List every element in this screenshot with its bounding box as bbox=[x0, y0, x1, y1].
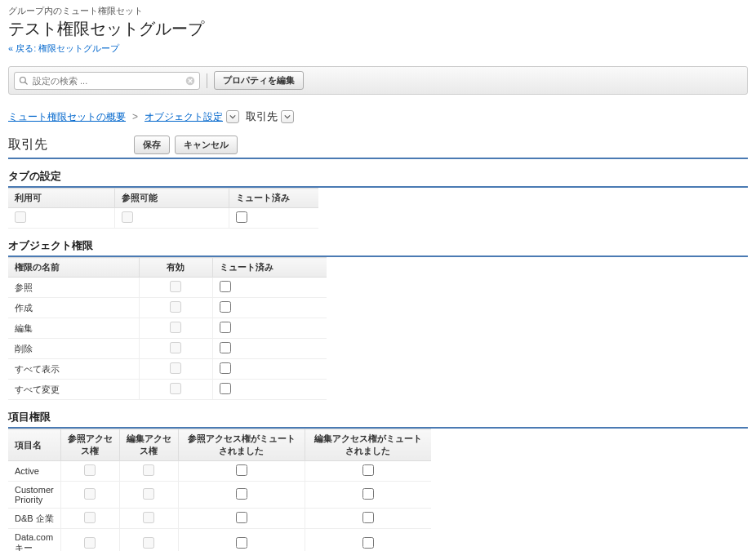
visible-checkbox bbox=[122, 211, 133, 223]
read-checkbox bbox=[84, 464, 96, 476]
read-muted-checkbox[interactable] bbox=[236, 488, 247, 500]
edit-checkbox bbox=[143, 488, 154, 500]
field-permissions-table: 項目名 参照アクセス権 編集アクセス権 参照アクセス権がミュートされました 編集… bbox=[8, 429, 431, 551]
table-row: すべて表示 bbox=[8, 359, 327, 380]
perm-name-cell: 削除 bbox=[8, 339, 139, 359]
available-checkbox bbox=[15, 211, 26, 223]
table-row: 作成 bbox=[8, 298, 327, 318]
table-row: 削除 bbox=[8, 339, 327, 359]
svg-line-1 bbox=[25, 82, 28, 84]
breadcrumb-current: 取引先 bbox=[246, 109, 278, 124]
field-permissions-block: 項目権限 項目名 参照アクセス権 編集アクセス権 参照アクセス権がミュートされま… bbox=[8, 410, 748, 551]
table-row: Active bbox=[8, 461, 431, 482]
edit-muted-checkbox[interactable] bbox=[362, 512, 374, 523]
back-link[interactable]: 戻る: 権限セットグループ bbox=[8, 43, 119, 53]
breadcrumb-separator: > bbox=[132, 111, 138, 122]
col-edit: 編集アクセス権 bbox=[119, 429, 178, 461]
table-row: D&B 企業 bbox=[8, 509, 431, 529]
enabled-checkbox bbox=[170, 322, 181, 333]
perm-name-cell: 編集 bbox=[8, 318, 139, 339]
read-muted-checkbox[interactable] bbox=[236, 537, 247, 549]
object-permissions-heading: オブジェクト権限 bbox=[8, 238, 748, 257]
col-visible: 参照可能 bbox=[114, 189, 229, 208]
tab-settings-table: 利用可 参照可能 ミュート済み bbox=[8, 188, 318, 229]
read-checkbox bbox=[84, 537, 96, 549]
col-edit-muted: 編集アクセス権がミュートされました bbox=[305, 429, 431, 461]
enabled-checkbox bbox=[170, 301, 181, 313]
enabled-checkbox bbox=[170, 362, 181, 374]
field-name-cell: Active bbox=[8, 461, 60, 482]
read-checkbox bbox=[84, 512, 96, 523]
edit-checkbox bbox=[143, 464, 154, 476]
table-row: 編集 bbox=[8, 318, 327, 339]
col-available: 利用可 bbox=[8, 189, 114, 208]
search-wrapper bbox=[14, 72, 200, 90]
table-row bbox=[8, 208, 318, 229]
read-checkbox bbox=[84, 488, 96, 500]
table-row: 参照 bbox=[8, 278, 327, 298]
perm-name-cell: 作成 bbox=[8, 298, 139, 318]
muted-checkbox[interactable] bbox=[220, 383, 231, 394]
section-title: 取引先 bbox=[8, 136, 47, 153]
breadcrumb: ミュート権限セットの概要 > オブジェクト設定 取引先 bbox=[8, 109, 748, 124]
muted-checkbox[interactable] bbox=[220, 281, 231, 292]
field-name-cell: Data.com キー bbox=[8, 529, 60, 552]
enabled-checkbox bbox=[170, 383, 181, 394]
search-icon bbox=[19, 76, 29, 86]
table-row: すべて変更 bbox=[8, 380, 327, 400]
toolbar: プロパティを編集 bbox=[8, 66, 748, 95]
col-read-muted: 参照アクセス権がミュートされました bbox=[178, 429, 305, 461]
col-perm-name: 権限の名前 bbox=[8, 258, 139, 278]
field-name-cell: D&B 企業 bbox=[8, 509, 60, 529]
enabled-checkbox bbox=[170, 281, 181, 292]
edit-properties-button[interactable]: プロパティを編集 bbox=[214, 71, 304, 90]
edit-muted-checkbox[interactable] bbox=[362, 488, 374, 500]
perm-name-cell: すべて表示 bbox=[8, 359, 139, 380]
chevron-down-icon bbox=[284, 114, 291, 119]
toolbar-separator bbox=[207, 73, 207, 88]
perm-name-cell: すべて変更 bbox=[8, 380, 139, 400]
muted-checkbox[interactable] bbox=[220, 301, 231, 313]
muted-checkbox[interactable] bbox=[220, 362, 231, 374]
cancel-button[interactable]: キャンセル bbox=[175, 136, 238, 154]
col-read: 参照アクセス権 bbox=[60, 429, 119, 461]
breadcrumb-root-link[interactable]: ミュート権限セットの概要 bbox=[8, 110, 126, 124]
table-row: Customer Priority bbox=[8, 482, 431, 509]
svg-point-0 bbox=[20, 77, 26, 82]
field-name-cell: Customer Priority bbox=[8, 482, 60, 509]
page-title: テスト権限セットグループ bbox=[8, 18, 748, 40]
read-muted-checkbox[interactable] bbox=[236, 512, 247, 523]
object-permissions-block: オブジェクト権限 権限の名前 有効 ミュート済み 参照作成編集削除すべて表示すべ… bbox=[8, 238, 748, 400]
muted-checkbox[interactable] bbox=[220, 342, 231, 353]
muted-checkbox[interactable] bbox=[220, 322, 231, 333]
search-input[interactable] bbox=[33, 76, 181, 86]
object-permissions-table: 権限の名前 有効 ミュート済み 参照作成編集削除すべて表示すべて変更 bbox=[8, 257, 327, 400]
section-header: 取引先 保存 キャンセル bbox=[8, 136, 748, 159]
read-muted-checkbox[interactable] bbox=[236, 464, 247, 476]
enabled-checkbox bbox=[170, 342, 181, 353]
tab-settings-heading: タブの設定 bbox=[8, 169, 748, 188]
table-row: Data.com キー bbox=[8, 529, 431, 552]
edit-checkbox bbox=[143, 512, 154, 523]
col-field-name: 項目名 bbox=[8, 429, 60, 461]
muted-checkbox[interactable] bbox=[236, 211, 247, 223]
chevron-down-icon bbox=[229, 114, 236, 119]
object-settings-dropdown[interactable] bbox=[226, 110, 239, 123]
perm-name-cell: 参照 bbox=[8, 278, 139, 298]
save-button[interactable]: 保存 bbox=[134, 136, 170, 154]
col-muted: ミュート済み bbox=[212, 258, 327, 278]
breadcrumb-object-settings-link[interactable]: オブジェクト設定 bbox=[145, 110, 223, 124]
col-muted: ミュート済み bbox=[229, 189, 318, 208]
field-permissions-heading: 項目権限 bbox=[8, 410, 748, 429]
edit-muted-checkbox[interactable] bbox=[362, 464, 374, 476]
edit-muted-checkbox[interactable] bbox=[362, 537, 374, 549]
tab-settings-block: タブの設定 利用可 参照可能 ミュート済み bbox=[8, 169, 748, 229]
clear-search-icon[interactable] bbox=[185, 75, 196, 87]
col-enabled: 有効 bbox=[139, 258, 212, 278]
edit-checkbox bbox=[143, 537, 154, 549]
header-context: グループ内のミュート権限セット bbox=[8, 5, 748, 17]
current-object-dropdown[interactable] bbox=[281, 110, 294, 123]
